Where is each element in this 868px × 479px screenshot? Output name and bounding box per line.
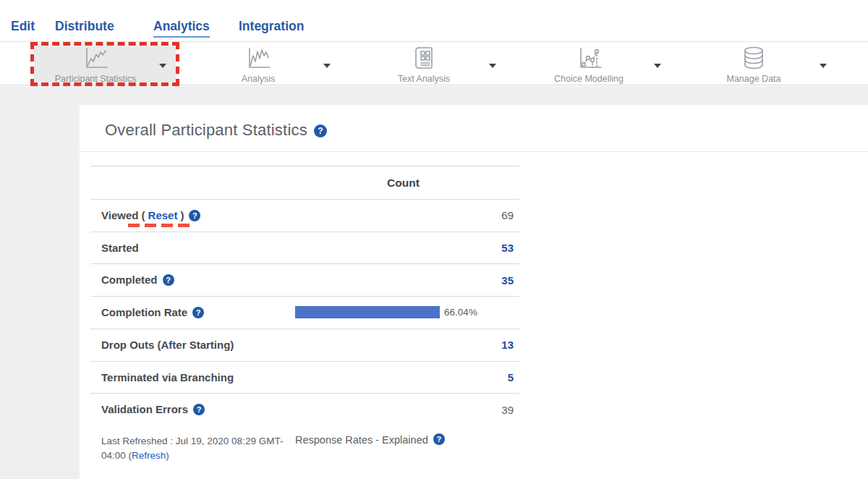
analytics-toolbar: Participant Statistics Analysis Text Ana…	[0, 41, 868, 85]
nav-item-edit[interactable]: Edit	[11, 19, 35, 34]
row-label-text: Completion Rate	[101, 306, 187, 318]
row-label-text: Validation Errors	[101, 403, 188, 415]
database-icon	[739, 46, 768, 70]
chevron-down-icon[interactable]	[323, 64, 331, 68]
count-column-header: Count	[293, 177, 514, 190]
table-header-row: Count	[90, 166, 519, 199]
row-label: Started	[101, 242, 139, 254]
toolbar-item-analysis[interactable]: Analysis	[190, 46, 327, 84]
page-title: Overall Participant Statistics	[105, 121, 307, 140]
row-label: Terminated via Branching	[101, 371, 234, 383]
overall-statistics-card: Overall Participant Statistics Count Vie…	[80, 105, 868, 479]
row-label: Viewed (Reset)	[101, 209, 200, 222]
annotation-dashed-underline	[128, 224, 190, 227]
line-chart-icon	[81, 46, 110, 70]
chevron-down-icon[interactable]	[489, 64, 496, 68]
row-label: Completion Rate	[101, 306, 204, 319]
help-icon[interactable]	[193, 404, 205, 415]
row-label-text: Viewed (	[101, 209, 145, 221]
completion-bar-label: 66.04%	[444, 307, 477, 318]
toolbar-item-label: Text Analysis	[355, 74, 493, 84]
row-value: 69	[501, 209, 514, 221]
row-label-text: Completed	[101, 274, 158, 286]
row-value: 35	[501, 274, 514, 287]
last-refreshed-prefix: Last Refreshed : Jul 19, 2020 08:29 GMT-…	[101, 436, 283, 461]
toolbar-item-label: Analysis	[190, 74, 327, 84]
response-rates-explained: Response Rates - Explained	[295, 434, 445, 446]
row-label-text: )	[180, 209, 184, 221]
table-row-drop-outs: Drop Outs (After Starting) 13	[90, 328, 519, 361]
completion-bar-fill	[295, 306, 440, 318]
help-icon[interactable]	[433, 433, 445, 445]
toolbar-item-text-analysis[interactable]: Text Analysis	[355, 46, 493, 84]
toolbar-item-label: Manage Data	[685, 74, 822, 84]
last-refreshed-suffix: )	[166, 450, 169, 461]
table-row-completion-rate: Completion Rate 66.04%	[90, 296, 519, 328]
response-rates-label: Response Rates - Explained	[295, 434, 428, 446]
toolbar-item-participant-statistics[interactable]: Participant Statistics	[27, 46, 164, 84]
row-label: Validation Errors	[101, 403, 205, 416]
help-icon[interactable]	[314, 124, 327, 137]
completion-rate-bar: 66.04%	[295, 297, 514, 328]
table-row-validation-errors: Validation Errors 39	[90, 393, 519, 425]
table-footer: Last Refreshed : Jul 19, 2020 08:29 GMT-…	[90, 425, 519, 464]
help-icon[interactable]	[189, 210, 200, 221]
row-label: Drop Outs (After Starting)	[101, 339, 234, 351]
reset-link[interactable]: Reset	[148, 209, 178, 221]
table-row-terminated: Terminated via Branching 5	[90, 361, 519, 394]
chevron-down-icon[interactable]	[820, 64, 827, 68]
table-row-started: Started 53	[90, 232, 519, 264]
toolbar-item-label: Choice Modelling	[520, 74, 658, 84]
row-value: 13	[501, 339, 514, 351]
toolbar-item-label: Participant Statistics	[27, 74, 164, 84]
top-navigation: Edit Distribute Analytics Integration	[0, 0, 868, 41]
row-value: 39	[501, 404, 514, 416]
last-refreshed-text: Last Refreshed : Jul 19, 2020 08:29 GMT-…	[101, 434, 295, 464]
table-row-viewed: Viewed (Reset) 69	[90, 199, 519, 232]
card-header: Overall Participant Statistics	[80, 105, 868, 152]
chevron-down-icon[interactable]	[159, 64, 166, 68]
refresh-link[interactable]: Refresh	[132, 450, 166, 461]
help-icon[interactable]	[192, 307, 204, 318]
trend-chart-icon	[244, 46, 273, 70]
help-icon[interactable]	[163, 274, 174, 286]
row-value: 53	[501, 242, 514, 254]
nav-item-integration[interactable]: Integration	[239, 19, 304, 34]
table-row-completed: Completed 35	[90, 263, 519, 296]
participant-statistics-table: Count Viewed (Reset) 69 Started 53 Compl…	[90, 166, 519, 463]
chevron-down-icon[interactable]	[654, 64, 661, 68]
row-label: Completed	[101, 274, 174, 287]
scatter-trend-icon	[574, 46, 603, 70]
nav-item-distribute[interactable]: Distribute	[55, 19, 114, 34]
toolbar-item-choice-modelling[interactable]: Choice Modelling	[520, 46, 658, 84]
toolbar-item-manage-data[interactable]: Manage Data	[685, 46, 822, 84]
nav-item-analytics[interactable]: Analytics	[153, 19, 210, 38]
row-value: 5	[508, 371, 514, 383]
document-grid-icon	[409, 46, 438, 70]
